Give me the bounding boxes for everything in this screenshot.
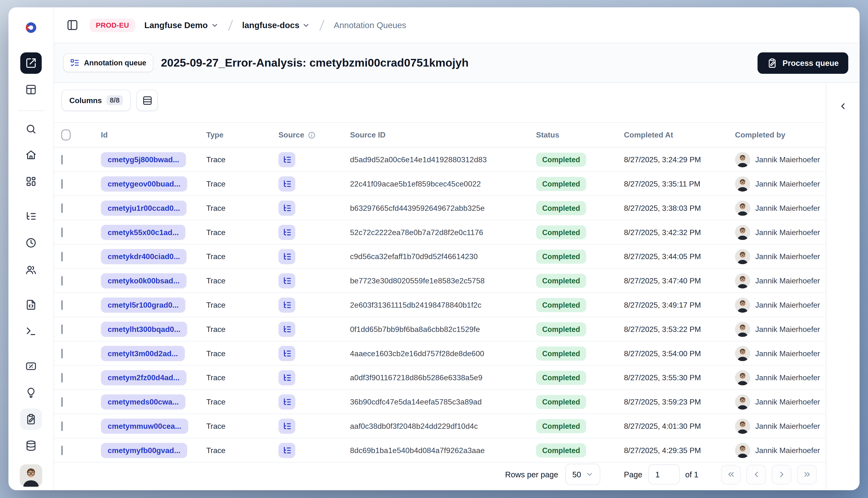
status-badge: Completed [536, 395, 586, 409]
table-row[interactable]: cmetykdr400ciad0... Trace c9d56ca32efaff… [54, 245, 826, 269]
table-body: cmetyg5j800bwad... Trace d5ad9d52a00c6e1… [54, 147, 826, 462]
columns-button[interactable]: Columns 8/8 [62, 90, 131, 111]
source-trace-link[interactable] [278, 249, 295, 264]
user-avatar[interactable] [20, 464, 42, 487]
row-checkbox[interactable] [62, 179, 63, 188]
completed-by-name: Jannik Maierhoefer [755, 325, 820, 333]
source-trace-link[interactable] [278, 418, 295, 434]
row-checkbox[interactable] [62, 203, 63, 213]
completed-at: 8/27/2025, 3:24:29 PM [624, 155, 735, 164]
table-row[interactable]: cmetyko0k00bsad... Trace be7723e30d80205… [54, 269, 826, 293]
source-trace-link[interactable] [278, 176, 295, 191]
source-trace-link[interactable] [278, 200, 295, 215]
source-trace-link[interactable] [278, 394, 295, 409]
table-row[interactable]: cmetygeov00buad... Trace 22c41f09acae5b1… [54, 172, 826, 196]
source-trace-link[interactable] [278, 345, 295, 361]
item-id-chip[interactable]: cmetylht300bqad0... [101, 322, 187, 337]
annotation-queue-items-table: Id Type Source Source ID Status Complete… [54, 122, 826, 462]
select-all-checkbox[interactable] [62, 130, 71, 140]
rows-per-page-select[interactable]: 50 [566, 464, 600, 485]
table-row[interactable]: cmetymyfb00gvad... Trace 8dc69b1ba1e540b… [54, 438, 826, 463]
table-row[interactable]: cmetylht300bqad0... Trace 0f1dd65b7bb9bf… [54, 317, 826, 342]
source-trace-link[interactable] [278, 224, 295, 240]
source-trace-link[interactable] [278, 152, 295, 167]
content-panel: Columns 8/8 Id Type [54, 83, 826, 490]
row-checkbox[interactable] [62, 421, 63, 431]
sidebar-item-playground[interactable] [20, 320, 42, 342]
completed-by-cell: Jannik Maierhoefer [735, 418, 826, 434]
row-checkbox[interactable] [62, 155, 63, 164]
list-tree-icon [283, 204, 291, 212]
item-id-chip[interactable]: cmetymyfb00gvad... [101, 443, 187, 458]
sidebar-item-dashboards[interactable] [20, 171, 42, 192]
chevron-left-icon [752, 470, 761, 479]
expand-panel-button[interactable] [835, 99, 850, 113]
completed-by-avatar [735, 443, 750, 458]
sidebar-item-sessions[interactable] [20, 232, 42, 253]
item-id-chip[interactable]: cmetym2fz00d4ad... [101, 370, 186, 385]
table-row[interactable]: cmetyl5r100grad0... Trace 2e603f31361115… [54, 293, 826, 317]
item-id-chip[interactable]: cmetyju1r00ccad0... [101, 200, 187, 215]
item-id-chip[interactable]: cmetykdr400ciad0... [101, 249, 187, 264]
column-header-type: Type [206, 131, 278, 139]
sidebar-item-datasets[interactable] [20, 435, 42, 456]
sidebar-item-annotation-queues[interactable] [20, 409, 42, 430]
table-row[interactable]: cmetym2fz00d4ad... Trace a0df3f901167218… [54, 366, 826, 390]
sidebar-item-tables[interactable] [20, 79, 42, 100]
first-page-button[interactable] [721, 464, 741, 484]
breadcrumb-org-selector[interactable]: Langfuse Demo [144, 20, 218, 30]
sidebar-item-prompts[interactable] [20, 294, 42, 316]
item-id-chip[interactable]: cmetylt3m00d2ad... [101, 345, 185, 361]
table-row[interactable]: cmetymeds00cwa... Trace 36b90cdfc47e5da1… [54, 390, 826, 414]
item-id-chip[interactable]: cmetyk55x00c1ad... [101, 224, 186, 240]
source-id: b63297665cfd4439592649672abb325e [350, 204, 536, 212]
row-checkbox[interactable] [62, 349, 63, 358]
row-checkbox[interactable] [62, 252, 63, 261]
source-trace-link[interactable] [278, 322, 295, 337]
item-id-chip[interactable]: cmetyko0k00bsad... [101, 273, 186, 288]
table-row[interactable]: cmetyg5j800bwad... Trace d5ad9d52a00c6e1… [54, 147, 826, 172]
completed-by-name: Jannik Maierhoefer [755, 155, 820, 164]
table-footer: Rows per page 50 Page of 1 [54, 462, 826, 490]
status-badge: Completed [536, 176, 586, 191]
sidebar-item-users[interactable] [20, 259, 42, 280]
next-page-button[interactable] [772, 464, 791, 484]
sidebar-item-home[interactable] [20, 144, 42, 166]
source-trace-link[interactable] [278, 370, 295, 385]
table-row[interactable]: cmetylt3m00d2ad... Trace 4aaece1603cb2e1… [54, 342, 826, 366]
item-id-chip[interactable]: cmetymmuw00cea... [101, 418, 188, 434]
table-row[interactable]: cmetymmuw00cea... Trace aaf0c38db0f3f204… [54, 414, 826, 438]
table-row[interactable]: cmetyk55x00c1ad... Trace 52c72c2222ea78e… [54, 220, 826, 245]
table-row[interactable]: cmetyju1r00ccad0... Trace b63297665cfd44… [54, 196, 826, 220]
sidebar-item-go-to-app-button[interactable] [20, 52, 42, 74]
previous-page-button[interactable] [746, 464, 766, 484]
item-id-chip[interactable]: cmetyg5j800bwad... [101, 152, 186, 167]
sidebar-item-tracing[interactable] [20, 206, 42, 227]
sidebar-item-insights[interactable] [20, 382, 42, 403]
row-checkbox[interactable] [62, 276, 63, 285]
sidebar-item-search[interactable] [20, 118, 42, 140]
row-checkbox[interactable] [62, 324, 63, 334]
item-id-chip[interactable]: cmetygeov00buad... [101, 176, 187, 191]
list-tree-icon [283, 155, 291, 164]
row-checkbox[interactable] [62, 445, 63, 455]
item-id-chip[interactable]: cmetyl5r100grad0... [101, 297, 186, 313]
sidebar-toggle-button[interactable] [64, 16, 80, 34]
breadcrumb-project-selector[interactable]: langfuse-docs [242, 20, 310, 30]
info-icon[interactable] [308, 131, 315, 139]
item-id-chip[interactable]: cmetymeds00cwa... [101, 394, 186, 409]
sidebar-item-evaluation[interactable] [20, 355, 42, 377]
last-page-button[interactable] [797, 464, 817, 484]
source-trace-link[interactable] [278, 297, 295, 313]
row-checkbox[interactable] [62, 397, 63, 406]
source-trace-link[interactable] [278, 443, 295, 458]
row-checkbox[interactable] [62, 227, 63, 237]
status-badge: Completed [536, 346, 586, 360]
row-height-button[interactable] [137, 90, 158, 111]
process-queue-button[interactable]: Process queue [757, 52, 848, 74]
source-trace-link[interactable] [278, 273, 295, 288]
top-navigation-bar: PROD-EU Langfuse Demo langfuse-docs Anno… [54, 7, 859, 43]
page-number-input[interactable] [648, 464, 679, 485]
row-checkbox[interactable] [62, 373, 63, 382]
row-checkbox[interactable] [62, 300, 63, 310]
